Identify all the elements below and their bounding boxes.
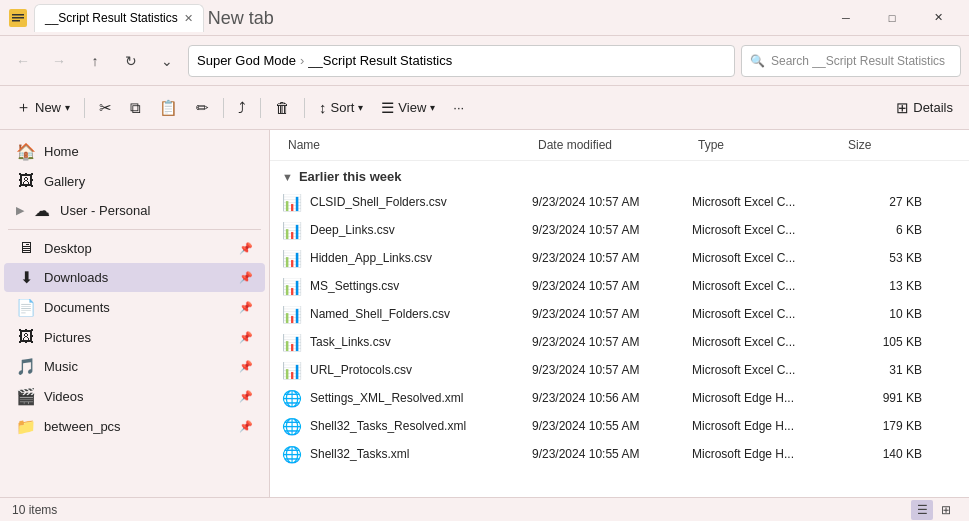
file-date: 9/23/2024 10:57 AM [532, 251, 692, 265]
file-size: 13 KB [842, 279, 922, 293]
rename-button[interactable]: ✏ [188, 92, 217, 124]
excel-icon: 📊 [282, 305, 302, 324]
gallery-icon: 🖼 [16, 172, 36, 190]
file-size: 991 KB [842, 391, 922, 405]
delete-button[interactable]: 🗑 [267, 92, 298, 124]
table-row[interactable]: 🌐 Settings_XML_Resolved.xml 9/23/2024 10… [270, 384, 969, 412]
new-dropdown-icon: ▾ [65, 102, 70, 113]
active-tab[interactable]: __Script Result Statistics ✕ [34, 4, 204, 32]
group-label-earlier-this-week[interactable]: ▼ Earlier this week [270, 161, 969, 188]
table-row[interactable]: 📊 Deep_Links.csv 9/23/2024 10:57 AM Micr… [270, 216, 969, 244]
col-header-date[interactable]: Date modified [532, 134, 692, 156]
view-dropdown-icon: ▾ [430, 102, 435, 113]
folder-icon-between: 📁 [16, 417, 36, 436]
file-size: 179 KB [842, 419, 922, 433]
file-date: 9/23/2024 10:57 AM [532, 223, 692, 237]
file-size: 53 KB [842, 251, 922, 265]
col-header-size[interactable]: Size [842, 134, 922, 156]
breadcrumb[interactable]: Super God Mode › __Script Result Statist… [188, 45, 735, 77]
refresh-button[interactable]: ↻ [116, 46, 146, 76]
view-list-button[interactable]: ☰ [911, 500, 933, 520]
table-row[interactable]: 📊 URL_Protocols.csv 9/23/2024 10:57 AM M… [270, 356, 969, 384]
view-grid-button[interactable]: ⊞ [935, 500, 957, 520]
svg-rect-1 [12, 14, 24, 16]
table-row[interactable]: 📊 Task_Links.csv 9/23/2024 10:57 AM Micr… [270, 328, 969, 356]
more-icon: ··· [453, 100, 464, 115]
sidebar-item-pictures[interactable]: 🖼 Pictures 📌 [4, 323, 265, 351]
details-button[interactable]: ⊞ Details [888, 92, 961, 124]
search-box[interactable]: 🔍 Search __Script Result Statistics [741, 45, 961, 77]
paste-icon: 📋 [159, 99, 178, 117]
breadcrumb-part-1: Super God Mode [197, 53, 296, 68]
minimize-button[interactable]: ─ [823, 0, 869, 36]
recent-locations-button[interactable]: ⌄ [152, 46, 182, 76]
share-button[interactable]: ⤴ [230, 92, 254, 124]
table-row[interactable]: 📊 MS_Settings.csv 9/23/2024 10:57 AM Mic… [270, 272, 969, 300]
sidebar-item-music[interactable]: 🎵 Music 📌 [4, 352, 265, 381]
titlebar: __Script Result Statistics ✕ New tab ─ □… [0, 0, 969, 36]
table-row[interactable]: 🌐 Shell32_Tasks.xml 9/23/2024 10:55 AM M… [270, 440, 969, 468]
table-row[interactable]: 📊 Hidden_App_Links.csv 9/23/2024 10:57 A… [270, 244, 969, 272]
paste-button[interactable]: 📋 [151, 92, 186, 124]
sidebar: 🏠 Home 🖼 Gallery ▶ ☁ User - Personal 🖥 D… [0, 130, 270, 497]
sidebar-item-user-label: User - Personal [60, 203, 150, 218]
downloads-icon: ⬇ [16, 268, 36, 287]
tab-close-button[interactable]: ✕ [184, 12, 193, 25]
sidebar-item-downloads[interactable]: ⬇ Downloads 📌 [4, 263, 265, 292]
cut-icon: ✂ [99, 99, 112, 117]
new-button[interactable]: ＋ New ▾ [8, 92, 78, 124]
new-tab-button[interactable]: New tab [208, 9, 274, 27]
sidebar-item-between-label: between_pcs [44, 419, 121, 434]
file-type: Microsoft Edge H... [692, 419, 842, 433]
forward-button[interactable]: → [44, 46, 74, 76]
toolbar: ＋ New ▾ ✂ ⧉ 📋 ✏ ⤴ 🗑 ↕ Sort ▾ ☰ View ▾ ··… [0, 86, 969, 130]
col-header-type[interactable]: Type [692, 134, 842, 156]
edge-icon: 🌐 [282, 389, 302, 408]
sidebar-item-desktop[interactable]: 🖥 Desktop 📌 [4, 234, 265, 262]
search-icon: 🔍 [750, 54, 765, 68]
file-list-area: Name Date modified Type Size ▼ Earlier t… [270, 130, 969, 497]
file-name: Settings_XML_Resolved.xml [310, 391, 463, 405]
sidebar-item-videos[interactable]: 🎬 Videos 📌 [4, 382, 265, 411]
close-button[interactable]: ✕ [915, 0, 961, 36]
view-label: View [398, 100, 426, 115]
sidebar-item-user-personal[interactable]: ▶ ☁ User - Personal [4, 196, 265, 225]
sidebar-item-pictures-label: Pictures [44, 330, 91, 345]
svg-rect-3 [12, 20, 20, 22]
table-row[interactable]: 🌐 Shell32_Tasks_Resolved.xml 9/23/2024 1… [270, 412, 969, 440]
sort-button[interactable]: ↕ Sort ▾ [311, 92, 371, 124]
back-button[interactable]: ← [8, 46, 38, 76]
sort-label: Sort [331, 100, 355, 115]
sidebar-item-documents[interactable]: 📄 Documents 📌 [4, 293, 265, 322]
view-button[interactable]: ☰ View ▾ [373, 92, 443, 124]
file-name: Hidden_App_Links.csv [310, 251, 432, 265]
sidebar-item-home[interactable]: 🏠 Home [4, 137, 265, 166]
excel-icon: 📊 [282, 361, 302, 380]
file-date: 9/23/2024 10:57 AM [532, 195, 692, 209]
table-row[interactable]: 📊 Named_Shell_Folders.csv 9/23/2024 10:5… [270, 300, 969, 328]
breadcrumb-sep-1: › [300, 53, 304, 68]
file-date: 9/23/2024 10:56 AM [532, 391, 692, 405]
sidebar-item-home-label: Home [44, 144, 79, 159]
sidebar-item-gallery-label: Gallery [44, 174, 85, 189]
up-button[interactable]: ↑ [80, 46, 110, 76]
copy-button[interactable]: ⧉ [122, 92, 149, 124]
tab-title: __Script Result Statistics [45, 11, 178, 25]
file-size: 105 KB [842, 335, 922, 349]
more-button[interactable]: ··· [445, 92, 472, 124]
file-date: 9/23/2024 10:55 AM [532, 447, 692, 461]
table-row[interactable]: 📊 CLSID_Shell_Folders.csv 9/23/2024 10:5… [270, 188, 969, 216]
view-icon: ☰ [381, 99, 394, 117]
cut-button[interactable]: ✂ [91, 92, 120, 124]
file-date: 9/23/2024 10:57 AM [532, 335, 692, 349]
pictures-icon: 🖼 [16, 328, 36, 346]
sidebar-item-gallery[interactable]: 🖼 Gallery [4, 167, 265, 195]
details-label: Details [913, 100, 953, 115]
excel-icon: 📊 [282, 333, 302, 352]
col-header-name[interactable]: Name [282, 134, 532, 156]
sidebar-item-between-pcs[interactable]: 📁 between_pcs 📌 [4, 412, 265, 441]
file-name: Named_Shell_Folders.csv [310, 307, 450, 321]
details-icon: ⊞ [896, 99, 909, 117]
restore-button[interactable]: □ [869, 0, 915, 36]
file-date: 9/23/2024 10:57 AM [532, 363, 692, 377]
